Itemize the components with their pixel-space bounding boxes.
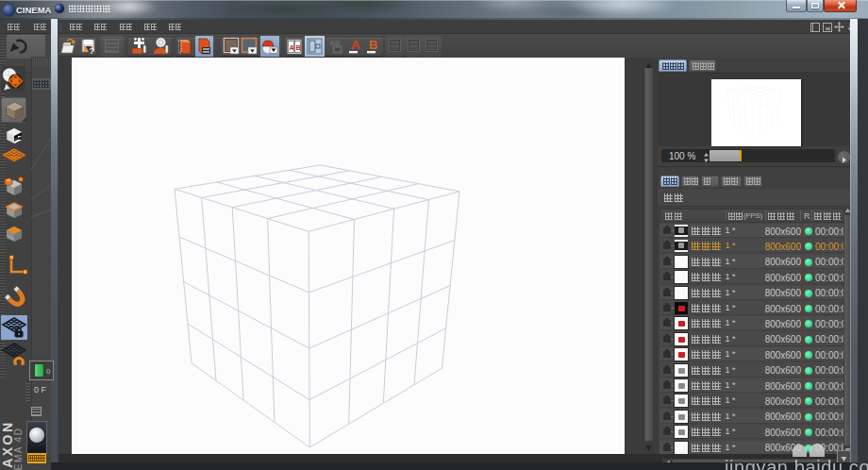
svg-text:B: B (369, 38, 377, 52)
svg-text:B: B (296, 43, 302, 52)
svg-text:A: A (290, 43, 295, 52)
svg-text:?: ? (90, 46, 95, 56)
svg-text:A: A (351, 38, 360, 52)
